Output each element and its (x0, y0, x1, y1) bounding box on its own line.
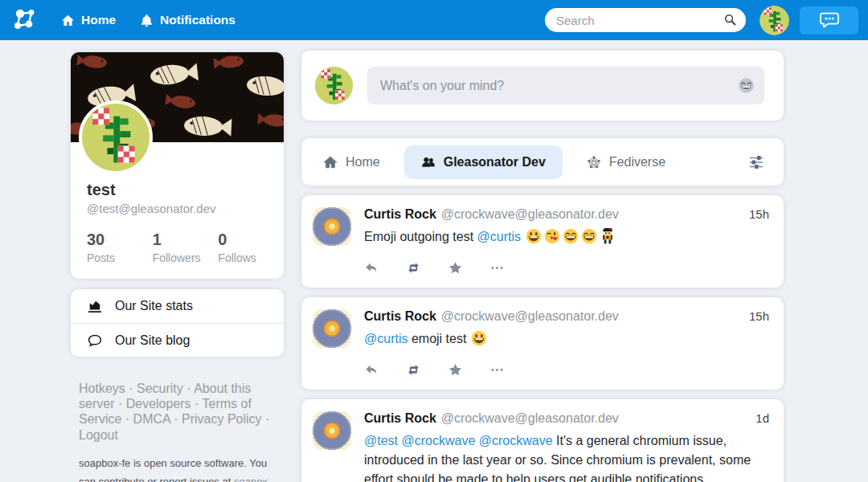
profile-card: test @test@gleasonator.dev 30 Posts 1 Fo… (71, 52, 284, 279)
profile-stats: 30 Posts 1 Followers 0 Follows (87, 231, 284, 279)
post-author-avatar[interactable] (313, 207, 351, 246)
post-header: Curtis Rock @crockwave@gleasonator.dev 1… (313, 411, 769, 482)
footer-links: Hotkeys · Security · About this server ·… (79, 381, 280, 443)
compose-avatar[interactable] (315, 67, 353, 104)
reply-icon[interactable] (364, 362, 379, 378)
footer-link-hotkeys[interactable]: Hotkeys (79, 382, 125, 395)
footer-link-logout[interactable]: Logout (79, 428, 118, 442)
reply-icon[interactable] (364, 260, 379, 276)
post-author-handle[interactable]: @crockwave@gleasonator.dev (441, 207, 619, 222)
timeline-settings-icon[interactable] (747, 153, 766, 172)
footer-link-privacy-policy[interactable]: Privacy Policy (182, 412, 262, 426)
search-icon[interactable] (723, 13, 737, 27)
mention-link[interactable]: @test (364, 434, 398, 447)
more-options-icon[interactable] (489, 362, 505, 378)
mention-link[interactable]: @crockwave (401, 434, 475, 447)
site-stats-label: Our Site stats (115, 299, 193, 313)
post-author-avatar[interactable] (313, 411, 351, 450)
post-content: @curtis emoji test (364, 329, 769, 349)
stat-followers-label: Followers (153, 251, 219, 264)
nav-item-home[interactable]: Home (61, 13, 116, 27)
footer-about: soapbox-fe is open source software. You … (79, 455, 280, 482)
beaming-emoji (563, 228, 579, 244)
post-timestamp[interactable]: 15h (741, 207, 769, 221)
footer-link-dmca[interactable]: DMCA (133, 412, 170, 426)
post-author-name[interactable]: Curtis Rock (364, 207, 436, 222)
footer-link-developers[interactable]: Developers (126, 397, 191, 411)
stat-followers-value: 1 (153, 231, 219, 249)
grinning-emoji (526, 228, 542, 244)
chat-button[interactable] (800, 6, 858, 35)
post-author-handle[interactable]: @crockwave@gleasonator.dev (441, 411, 619, 426)
post-timestamp[interactable]: 15h (741, 309, 769, 323)
bell-icon (140, 14, 154, 27)
post-actions (364, 362, 769, 378)
page-content: test @test@gleasonator.dev 30 Posts 1 Fo… (0, 40, 868, 482)
tab-home-label: Home (346, 155, 380, 170)
search-bar (545, 8, 746, 32)
stat-followers[interactable]: 1 Followers (153, 231, 219, 264)
post-author-name[interactable]: Curtis Rock (364, 411, 436, 426)
post-author-handle[interactable]: @crockwave@gleasonator.dev (441, 309, 619, 324)
stat-follows-label: Follows (218, 251, 284, 264)
mention-link[interactable]: @crockwave (479, 434, 553, 447)
post-author-line: Curtis Rock @crockwave@gleasonator.dev 1… (364, 207, 769, 222)
profile-avatar[interactable] (79, 100, 153, 174)
menu-item-site-blog[interactable]: Our Site blog (71, 323, 284, 357)
post-actions (364, 260, 769, 276)
group-icon (421, 155, 436, 170)
post-author-avatar[interactable] (313, 309, 351, 348)
compose-input[interactable] (367, 79, 764, 93)
post-body: Curtis Rock @crockwave@gleasonator.dev 1… (364, 207, 769, 247)
stat-follows-value: 0 (218, 231, 284, 249)
post-author-name[interactable]: Curtis Rock (364, 309, 436, 324)
timeline-column: Home Gleasonator Dev Fediverse Curtis Ro… (301, 51, 784, 482)
footer-link-security[interactable]: Security (137, 382, 183, 395)
profile-display-name: test (87, 181, 284, 199)
post-card: Curtis Rock @crockwave@gleasonator.dev 1… (301, 399, 784, 482)
avatar-plant-image (760, 6, 789, 35)
tab-gleasonator-dev[interactable]: Gleasonator Dev (404, 145, 563, 179)
more-options-icon[interactable] (489, 260, 505, 276)
sidebar-footer: Hotkeys · Security · About this server ·… (71, 381, 280, 482)
menu-item-site-stats[interactable]: Our Site stats (71, 289, 284, 323)
navbar-links: Home Notifications (61, 13, 235, 27)
site-blog-label: Our Site blog (115, 333, 190, 348)
chat-icon (819, 10, 840, 30)
fediverse-icon (587, 155, 601, 170)
timeline-tabs: Home Gleasonator Dev Fediverse (301, 138, 784, 186)
sidebar: test @test@gleasonator.dev 30 Posts 1 Fo… (71, 52, 284, 482)
kissing-heart-emoji (544, 228, 560, 244)
stat-follows[interactable]: 0 Follows (218, 231, 284, 264)
tab-home[interactable]: Home (321, 145, 382, 179)
nav-home-label: Home (81, 13, 116, 27)
repost-icon[interactable] (406, 362, 421, 378)
post-timestamp[interactable]: 1d (747, 411, 769, 425)
soapbox-logo-icon[interactable] (11, 6, 39, 34)
top-navbar: Home Notifications (0, 0, 868, 40)
mention-link[interactable]: @curtis (477, 230, 521, 243)
avatar-plant-image (82, 104, 149, 171)
post-author-line: Curtis Rock @crockwave@gleasonator.dev 1… (364, 411, 769, 426)
favourite-star-icon[interactable] (448, 362, 463, 378)
stat-posts[interactable]: 30 Posts (87, 231, 153, 264)
mention-link[interactable]: @curtis (364, 332, 407, 345)
post-author-line: Curtis Rock @crockwave@gleasonator.dev 1… (364, 309, 769, 324)
home-icon (323, 155, 338, 170)
stat-posts-label: Posts (87, 251, 153, 264)
repost-icon[interactable] (406, 260, 421, 276)
tab-fediverse-label: Fediverse (609, 155, 665, 170)
compose-card (301, 51, 784, 120)
emoji-picker-icon[interactable] (738, 77, 755, 94)
post-content: Emoji outgoing test @curtis (364, 227, 769, 247)
favourite-star-icon[interactable] (448, 260, 463, 276)
account-avatar[interactable] (760, 6, 789, 35)
nav-notifications-label: Notifications (160, 13, 235, 27)
tab-fediverse[interactable]: Fediverse (585, 145, 667, 179)
site-menu-card: Our Site stats Our Site blog (71, 289, 284, 357)
nav-item-notifications[interactable]: Notifications (140, 13, 235, 27)
post-body: Curtis Rock @crockwave@gleasonator.dev 1… (364, 411, 769, 482)
post-card: Curtis Rock @crockwave@gleasonator.dev 1… (301, 195, 784, 288)
search-input[interactable] (545, 8, 746, 32)
chart-icon (87, 298, 103, 314)
